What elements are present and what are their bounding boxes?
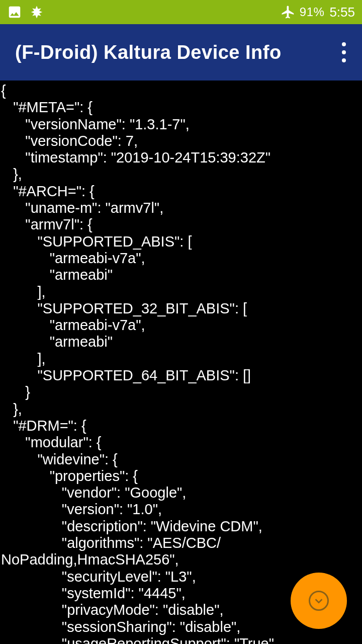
photo-icon	[7, 5, 22, 20]
app-bar: (F-Droid) Kaltura Device Info	[0, 24, 362, 80]
airplane-mode-icon	[281, 5, 296, 20]
app-title: (F-Droid) Kaltura Device Info	[15, 42, 282, 63]
status-bar: 91% 5:55	[0, 0, 362, 24]
status-left	[7, 5, 44, 20]
battery-percent: 91%	[300, 5, 325, 19]
json-content[interactable]: { "#META=": { "versionName": "1.3.1-7", …	[0, 80, 362, 644]
status-right: 91% 5:55	[281, 5, 355, 20]
chevron-down-circle-icon	[309, 591, 329, 611]
overflow-menu-button[interactable]	[336, 38, 352, 66]
fab-button[interactable]	[291, 573, 347, 629]
leaf-icon	[29, 5, 44, 20]
clock: 5:55	[329, 5, 355, 20]
